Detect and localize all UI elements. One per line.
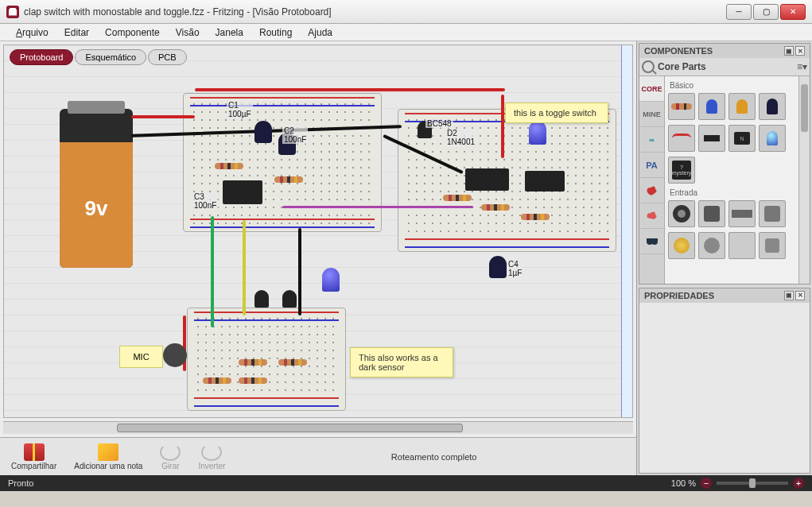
canvas-scrollbar-horizontal[interactable] [3, 421, 633, 434]
resistor[interactable] [239, 377, 267, 384]
parts-body: CORE MINE ∞ PA Básico [639, 76, 810, 284]
battery-9v[interactable]: 9v [60, 109, 133, 268]
ic-chip[interactable] [525, 171, 565, 192]
resistor[interactable] [239, 359, 267, 366]
share-label: Compartilhar [11, 462, 56, 470]
wire-yellow[interactable] [243, 220, 246, 315]
note-toggle-switch[interactable]: this is a toggle switch [505, 103, 608, 123]
rotate-button[interactable]: Girar [160, 443, 181, 470]
part-inductor[interactable] [668, 125, 695, 152]
bin-tab-mine[interactable]: MINE [639, 102, 664, 127]
menu-ajuda[interactable]: Ajuda [300, 25, 340, 40]
resistor[interactable] [274, 176, 303, 183]
breadboard-1[interactable] [183, 93, 382, 232]
parts-scrollbar-thumb[interactable] [801, 84, 808, 132]
resistor[interactable] [443, 195, 472, 201]
panel-undock-button[interactable]: ▣ [784, 291, 794, 300]
bin-tab-contrib[interactable] [639, 229, 664, 254]
transistor[interactable] [254, 290, 269, 308]
menu-editar[interactable]: Editar [56, 25, 97, 40]
menu-visao[interactable]: Visão [168, 25, 208, 40]
zoom-out-button[interactable]: − [701, 478, 712, 489]
part-ceramic-cap[interactable] [698, 93, 725, 120]
part-tantalum-cap[interactable] [728, 93, 756, 120]
bin-tab-sparkfun[interactable] [639, 178, 664, 203]
panel-componentes-title: COMPONENTES [644, 46, 713, 56]
wire-red[interactable] [195, 88, 505, 91]
parts-menu-icon[interactable]: ≡▾ [797, 61, 807, 72]
wire-red[interactable] [131, 115, 195, 118]
close-button[interactable]: ✕ [780, 4, 806, 20]
panel-undock-button[interactable]: ▣ [784, 46, 794, 56]
part-led[interactable] [759, 125, 786, 152]
menu-routing[interactable]: Routing [251, 25, 300, 40]
zoom-slider[interactable] [717, 482, 788, 485]
minimize-button[interactable]: ─ [726, 4, 752, 20]
label-c2: C2 100nF [282, 126, 308, 144]
microphone-icon[interactable] [163, 343, 187, 367]
menu-arquivo-label: rquivo [22, 27, 49, 38]
scrollbar-thumb[interactable] [117, 424, 464, 432]
panel-close-button[interactable]: ✕ [795, 291, 805, 300]
maximize-button[interactable]: ▢ [753, 4, 779, 20]
part-toggle[interactable] [728, 232, 756, 259]
transistor[interactable] [282, 290, 297, 308]
panel-propriedades-title: PROPRIEDADES [644, 291, 714, 300]
tab-protoboard[interactable]: Protoboard [10, 49, 73, 65]
part-pushbutton[interactable] [759, 232, 786, 259]
bin-tab-core[interactable]: CORE [639, 76, 664, 102]
part-resistor[interactable] [668, 93, 695, 120]
menu-arquivo[interactable]: Arquivo [8, 25, 56, 40]
resistor[interactable] [215, 163, 243, 169]
zoom-in-button[interactable]: + [793, 478, 804, 489]
led-blue[interactable] [322, 268, 340, 292]
breadboard-canvas[interactable]: 9v [3, 45, 633, 418]
part-rotary[interactable] [698, 232, 725, 259]
wire-black[interactable] [298, 228, 301, 315]
parts-scrollbar[interactable] [798, 76, 810, 284]
part-potentiometer[interactable] [668, 200, 695, 227]
part-slider[interactable] [728, 200, 756, 227]
search-icon[interactable] [642, 60, 655, 73]
share-button[interactable]: Compartilhar [11, 443, 56, 470]
wire-purple[interactable] [282, 206, 473, 208]
invert-button[interactable]: Inverter [198, 443, 225, 470]
status-ready: Pronto [8, 478, 671, 488]
resistor[interactable] [481, 204, 510, 211]
canvas-area: Protoboard Esquemático PCB 9v [0, 41, 637, 475]
resistor[interactable] [278, 359, 307, 366]
part-joystick[interactable] [698, 200, 725, 227]
ic-chip[interactable] [465, 168, 509, 191]
mic-label-box[interactable]: MIC [119, 346, 163, 368]
bin-tab-snootlab[interactable] [639, 203, 664, 229]
zoom-slider-knob[interactable] [749, 478, 756, 488]
panel-close-button[interactable]: ✕ [795, 46, 805, 56]
part-ic[interactable]: N [728, 125, 756, 152]
add-note-label: Adicionar uma nota [74, 462, 142, 470]
bin-tab-arduino[interactable]: ∞ [639, 127, 664, 153]
part-knob[interactable] [668, 232, 695, 259]
menu-componente[interactable]: Componente [97, 25, 168, 40]
led-blue[interactable] [529, 121, 546, 145]
canvas-scrollbar-vertical[interactable] [621, 45, 632, 417]
part-mystery[interactable]: ?mystery [668, 157, 695, 184]
part-electrolytic-cap[interactable] [759, 93, 786, 120]
window-title: clap switch with monostable and toggle.f… [24, 6, 726, 17]
capacitor-c4[interactable] [489, 256, 507, 278]
bin-tab-parallax[interactable]: PA [639, 153, 664, 178]
note-icon [98, 443, 118, 461]
resistor[interactable] [521, 214, 550, 220]
wire-red[interactable] [501, 95, 504, 158]
menu-janela[interactable]: Janela [208, 25, 251, 40]
add-note-button[interactable]: Adicionar uma nota [74, 443, 142, 470]
tab-esquematico[interactable]: Esquemático [75, 49, 146, 65]
part-dip-switch[interactable] [759, 200, 786, 227]
capacitor-c1[interactable] [254, 121, 272, 143]
tab-pcb[interactable]: PCB [148, 49, 187, 65]
resistor[interactable] [203, 377, 231, 384]
part-diode[interactable] [698, 125, 725, 152]
zoom-level: 100 % [671, 478, 696, 488]
wire-green[interactable] [211, 216, 214, 327]
ic-chip[interactable] [223, 180, 262, 204]
note-dark-sensor[interactable]: This also works as a dark sensor [350, 347, 453, 377]
